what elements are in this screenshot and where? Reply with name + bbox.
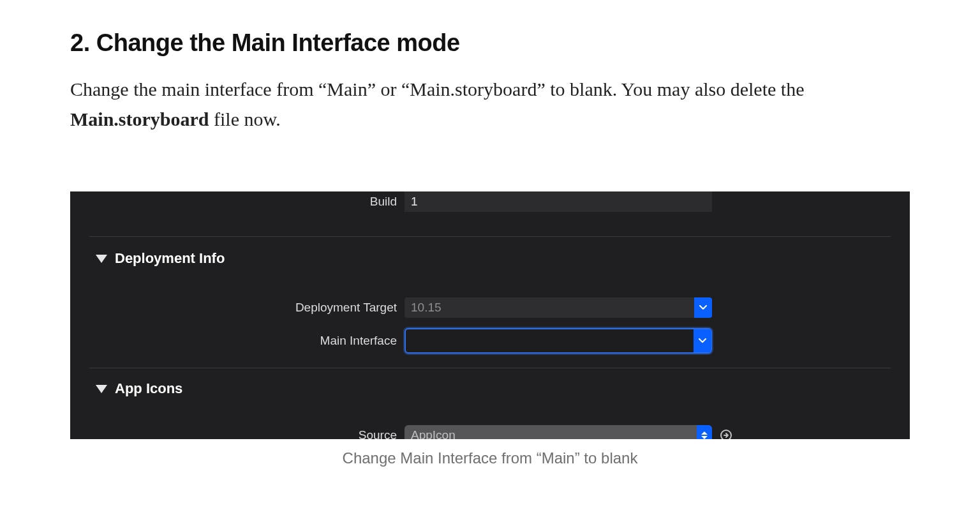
disclosure-triangle-icon xyxy=(96,385,107,393)
divider xyxy=(89,236,891,237)
figure-caption: Change Main Interface from “Main” to bla… xyxy=(70,449,910,467)
xcode-screenshot-figure: Build 1 Deployment Info Deployment Targe… xyxy=(70,191,910,467)
main-interface-combobox[interactable] xyxy=(405,328,712,354)
deployment-target-row: Deployment Target 10.15 xyxy=(70,297,910,318)
disclosure-triangle-icon xyxy=(96,255,107,263)
build-label: Build xyxy=(70,195,405,209)
go-to-asset-icon[interactable] xyxy=(718,428,734,439)
divider xyxy=(89,368,891,368)
stepper-icon xyxy=(697,425,712,439)
body-text-prefix: Change the main interface from “Main” or… xyxy=(70,79,805,100)
build-value: 1 xyxy=(411,195,418,209)
deployment-target-value: 10.15 xyxy=(405,301,694,315)
source-popup[interactable]: AppIcon xyxy=(405,425,712,439)
step-body: Change the main interface from “Main” or… xyxy=(70,75,910,134)
build-row: Build 1 xyxy=(70,191,910,212)
step-heading: 2. Change the Main Interface mode xyxy=(70,29,910,57)
body-text-suffix: file now. xyxy=(209,109,281,130)
deployment-info-title: Deployment Info xyxy=(115,250,225,267)
main-interface-row: Main Interface xyxy=(70,328,910,354)
xcode-settings-panel: Build 1 Deployment Info Deployment Targe… xyxy=(70,191,910,439)
deployment-target-label: Deployment Target xyxy=(70,301,405,315)
body-text-bold: Main.storyboard xyxy=(70,109,209,130)
chevron-down-icon xyxy=(694,329,711,352)
main-interface-label: Main Interface xyxy=(70,334,405,348)
app-icons-title: App Icons xyxy=(115,380,182,397)
source-row: Source AppIcon xyxy=(70,425,910,439)
source-value: AppIcon xyxy=(405,428,697,439)
build-input[interactable]: 1 xyxy=(405,191,712,212)
chevron-down-icon xyxy=(694,297,712,318)
deployment-info-header[interactable]: Deployment Info xyxy=(96,250,225,267)
app-icons-header[interactable]: App Icons xyxy=(96,380,182,397)
deployment-target-combobox[interactable]: 10.15 xyxy=(405,297,712,318)
source-label: Source xyxy=(70,428,405,439)
